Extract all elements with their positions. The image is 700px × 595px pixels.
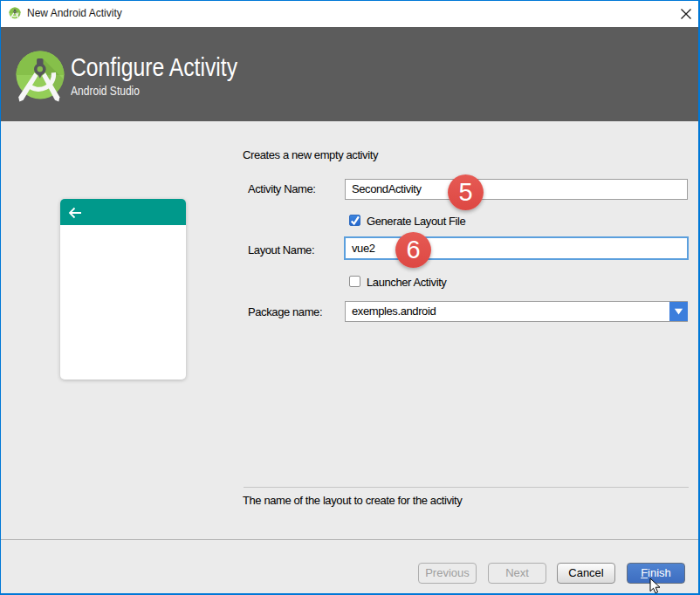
svg-text:Configure Activity: Configure Activity [71, 54, 237, 81]
svg-text:Android Studio: Android Studio [71, 84, 140, 98]
